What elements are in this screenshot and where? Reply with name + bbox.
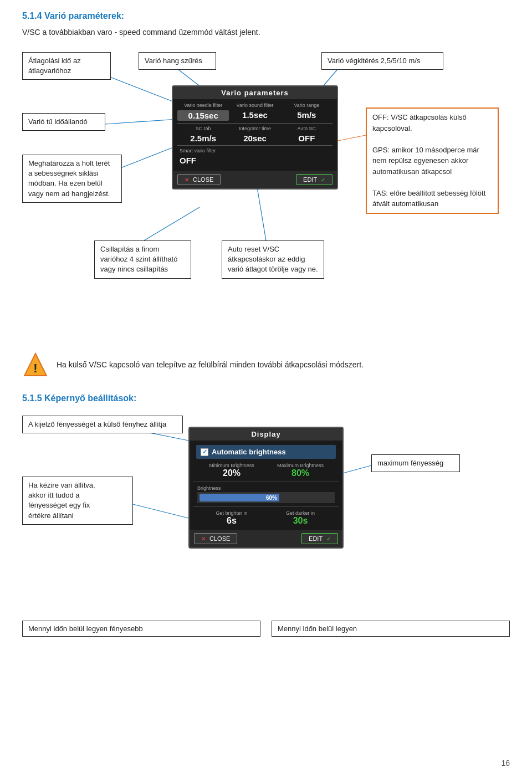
vario-needle-value: 0.15sec xyxy=(177,110,229,121)
vario-close-button[interactable]: ✕ CLOSE xyxy=(177,174,221,185)
vario-edit-button[interactable]: EDIT ✓ xyxy=(296,174,332,185)
section-514-heading: 5.1.4 Varió paraméterek: xyxy=(22,11,510,21)
max-brightness-annotation: maximum fényesség xyxy=(371,454,460,472)
get-darker-label: Get darker in xyxy=(266,510,335,516)
sc-tab-annotation: Meghatározza a holt terét a sebességnek … xyxy=(22,155,122,203)
intro-text: V/SC a továbbiakban varo - speed command… xyxy=(22,28,510,37)
svg-line-5 xyxy=(144,207,200,240)
get-darker-bottom-label: Mennyi időn belül legyen xyxy=(272,621,510,637)
get-brighter-label: Get brighter in xyxy=(197,510,266,516)
avg-time-annotation: Átlagolási idő az átlagvarióhoz xyxy=(22,52,111,80)
warning-block: ! Ha külső V/SC kapcsoló van telepítve a… xyxy=(22,351,510,378)
smart-filter-annotation: Csillapítás a finom varióhoz 4 szint áll… xyxy=(94,240,191,279)
display-close-button[interactable]: ✕ CLOSE xyxy=(194,533,237,544)
smart-filter-label: Smart vario filter xyxy=(180,148,332,153)
get-brighter-bottom-label: Mennyi időn belül legyen fényesebb xyxy=(22,621,260,637)
get-brighter-value: 6s xyxy=(197,516,266,526)
max-brightness-value: 80% xyxy=(266,468,335,478)
auto-brightness-label: Automatic brightness xyxy=(212,448,286,456)
vario-section: Átlagolási idő az átlagvarióhoz Varió ha… xyxy=(22,52,510,318)
svg-line-12 xyxy=(133,504,188,518)
auto-sc-label: Auto SC xyxy=(281,126,332,131)
integrator-label: Integrator time xyxy=(229,126,280,131)
warning-text: Ha külső V/SC kapcsoló van telepítve az … xyxy=(57,360,364,369)
display-device-screen: Display Automatic brightness Minimum Bri… xyxy=(188,427,344,549)
display-section: A kijelző fényességét a külső fényhez ál… xyxy=(22,410,510,598)
brightness-label: Brightness xyxy=(197,485,335,491)
display-intro-annotation: A kijelző fényességét a külső fényhez ál… xyxy=(22,416,183,433)
off-note-text: OFF: V/SC átkapcsolás külső kapcsolóval.… xyxy=(372,112,492,209)
min-brightness-label: Minimum Brightness xyxy=(197,463,266,468)
manual-brightness-annotation: Ha kézire van állítva, akkor itt tudod a… xyxy=(22,477,133,525)
off-gps-tas-annotation: OFF: V/SC átkapcsolás külső kapcsolóval.… xyxy=(366,107,499,214)
page-number: 16 xyxy=(501,759,510,767)
needle-filter-annotation: Varió tű időállandó xyxy=(22,113,105,131)
svg-line-7 xyxy=(338,135,366,141)
sound-filter-annotation: Varió hang szűrés xyxy=(139,52,216,70)
vario-device-screen: Vario parameters Vario needle filter Var… xyxy=(172,85,338,190)
sc-tab-value: 2.5m/s xyxy=(177,134,229,143)
display-edit-button[interactable]: EDIT ✓ xyxy=(301,533,338,544)
range-annotation: Varió végkitérés 2,5/5/10 m/s xyxy=(321,52,443,70)
integrator-value: 20sec xyxy=(229,134,280,143)
vario-needle-label: Vario needle filter xyxy=(177,103,229,108)
vario-sound-value: 1.5sec xyxy=(229,110,280,120)
max-brightness-label: Maximum Brightness xyxy=(266,463,335,468)
warning-icon: ! xyxy=(22,351,49,378)
auto-sc-value: OFF xyxy=(281,134,332,143)
vario-sound-label: Vario sound filter xyxy=(229,103,280,108)
brightness-bar-container: 60% xyxy=(197,492,335,503)
svg-text:!: ! xyxy=(33,361,37,375)
vario-screen-title: Vario parameters xyxy=(173,86,337,99)
vario-range-label: Vario range xyxy=(281,103,332,108)
svg-line-11 xyxy=(341,465,371,474)
auto-brightness-checkbox[interactable] xyxy=(201,448,208,456)
section-515-heading: 5.1.5 Képernyő beállítások: xyxy=(22,393,510,403)
auto-brightness-row: Automatic brightness xyxy=(196,445,336,459)
bottom-labels: Mennyi időn belül legyen fényesebb Menny… xyxy=(22,621,510,637)
sc-tab-label: SC tab xyxy=(177,126,229,131)
auto-reset-annotation: Auto reset V/SC átkapcsoláskor az eddig … xyxy=(222,240,324,279)
display-screen-title: Display xyxy=(190,428,342,441)
smart-filter-value: OFF xyxy=(180,156,332,165)
vario-range-value: 5m/s xyxy=(281,110,332,120)
min-brightness-value: 20% xyxy=(197,468,266,478)
brightness-bar: 60% xyxy=(200,494,279,501)
get-darker-value: 30s xyxy=(266,516,335,526)
